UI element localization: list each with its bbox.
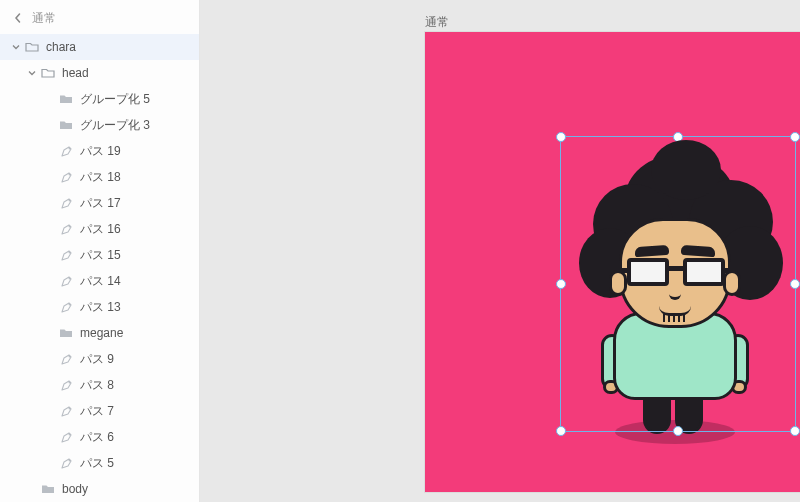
svg-point-7	[68, 355, 70, 357]
layer-row-パス-19[interactable]: パス 19	[0, 138, 199, 164]
layer-label: chara	[46, 40, 76, 54]
pen-icon	[58, 221, 74, 237]
layer-row-パス-18[interactable]: パス 18	[0, 164, 199, 190]
pen-icon	[58, 429, 74, 445]
layer-row-パス-9[interactable]: パス 9	[0, 346, 199, 372]
pen-icon	[58, 403, 74, 419]
pen-icon	[58, 351, 74, 367]
back-icon[interactable]	[10, 10, 26, 26]
folder-icon	[58, 117, 74, 133]
folder-icon	[40, 65, 56, 81]
layer-label: パス 8	[80, 377, 114, 394]
layer-label: body	[62, 482, 88, 496]
pen-icon	[58, 377, 74, 393]
layer-tree: charaheadグループ化 5グループ化 3パス 19パス 18パス 17パス…	[0, 32, 199, 502]
layer-row-パス-16[interactable]: パス 16	[0, 216, 199, 242]
folder-icon	[58, 325, 74, 341]
svg-point-5	[68, 277, 70, 279]
ear-left	[609, 270, 627, 296]
pen-icon	[58, 169, 74, 185]
folder-icon	[24, 39, 40, 55]
layer-row-パス-8[interactable]: パス 8	[0, 372, 199, 398]
svg-point-3	[68, 225, 70, 227]
layer-label: パス 17	[80, 195, 121, 212]
layer-label: パス 18	[80, 169, 121, 186]
layer-label: パス 13	[80, 299, 121, 316]
layer-row-megane[interactable]: megane	[0, 320, 199, 346]
svg-point-9	[68, 407, 70, 409]
layer-row-グループ化-3[interactable]: グループ化 3	[0, 112, 199, 138]
svg-point-2	[68, 199, 70, 201]
layer-row-chara[interactable]: chara	[0, 34, 199, 60]
layer-row-パス-7[interactable]: パス 7	[0, 398, 199, 424]
pen-icon	[58, 299, 74, 315]
svg-point-8	[68, 381, 70, 383]
layer-label: グループ化 3	[80, 117, 150, 134]
expand-caret-icon[interactable]	[26, 69, 38, 77]
layer-label: パス 5	[80, 455, 114, 472]
layer-row-パス-13[interactable]: パス 13	[0, 294, 199, 320]
svg-point-4	[68, 251, 70, 253]
breadcrumb: 通常	[32, 10, 56, 27]
pen-icon	[58, 455, 74, 471]
folder-icon	[58, 91, 74, 107]
layer-row-head[interactable]: head	[0, 60, 199, 86]
pen-icon	[58, 247, 74, 263]
stubble	[663, 314, 687, 322]
character-group[interactable]	[543, 122, 800, 452]
svg-point-0	[68, 147, 70, 149]
layer-label: グループ化 5	[80, 91, 150, 108]
ear-right	[723, 270, 741, 296]
pen-icon	[58, 143, 74, 159]
pen-icon	[58, 195, 74, 211]
layer-label: パス 7	[80, 403, 114, 420]
layer-label: パス 16	[80, 221, 121, 238]
layer-row-パス-14[interactable]: パス 14	[0, 268, 199, 294]
layer-row-パス-15[interactable]: パス 15	[0, 242, 199, 268]
pen-icon	[58, 273, 74, 289]
canvas[interactable]: 通常	[200, 0, 800, 502]
expand-caret-icon[interactable]	[10, 43, 22, 51]
svg-point-11	[68, 459, 70, 461]
layer-label: パス 9	[80, 351, 114, 368]
layers-panel: 通常 charaheadグループ化 5グループ化 3パス 19パス 18パス 1…	[0, 0, 200, 502]
artboard-title[interactable]: 通常	[425, 14, 449, 31]
layer-label: パス 6	[80, 429, 114, 446]
layer-label: megane	[80, 326, 123, 340]
layer-row-パス-6[interactable]: パス 6	[0, 424, 199, 450]
artboard[interactable]	[425, 32, 800, 492]
svg-point-1	[68, 173, 70, 175]
layer-label: パス 19	[80, 143, 121, 160]
layer-label: パス 15	[80, 247, 121, 264]
folder-icon	[40, 481, 56, 497]
svg-point-6	[68, 303, 70, 305]
glasses	[627, 258, 725, 288]
layer-label: head	[62, 66, 89, 80]
panel-header: 通常	[0, 4, 199, 32]
layer-row-グループ化-5[interactable]: グループ化 5	[0, 86, 199, 112]
svg-point-10	[68, 433, 70, 435]
layer-row-パス-5[interactable]: パス 5	[0, 450, 199, 476]
layer-row-body[interactable]: body	[0, 476, 199, 502]
layer-row-パス-17[interactable]: パス 17	[0, 190, 199, 216]
layer-label: パス 14	[80, 273, 121, 290]
